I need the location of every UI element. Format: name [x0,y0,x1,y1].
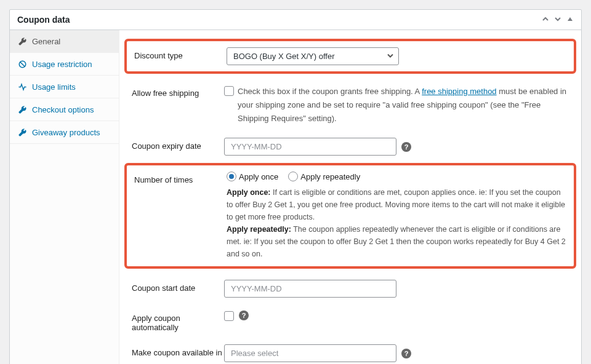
move-down-icon[interactable] [554,15,561,25]
label-discount-type: Discount type [134,47,227,60]
sidebar-item-checkout-options[interactable]: Checkout options [10,98,119,121]
apply-repeatedly-label: Apply repeatedly [300,172,360,181]
start-date-input[interactable] [224,280,396,298]
discount-type-select[interactable]: BOGO (Buy X Get X/Y) offer [227,47,399,65]
sidebar-item-general[interactable]: General [10,30,119,53]
apply-once-radio[interactable] [227,172,236,181]
free-shipping-link[interactable]: free shipping method [422,87,496,96]
sidebar-label: Checkout options [32,105,94,114]
coupon-data-panel: Coupon data General Usage restriction Us… [9,9,582,364]
row-number-of-times: Number of times Apply once Apply repeate… [134,169,566,263]
sidebar-label: Usage limits [32,82,76,92]
highlight-number-of-times: Number of times Apply once Apply repeate… [124,163,576,269]
sidebar-item-usage-limits[interactable]: Usage limits [10,76,119,98]
free-shipping-checkbox[interactable] [224,86,234,96]
available-in-select[interactable] [224,344,396,362]
help-icon[interactable]: ? [401,142,411,152]
tool-icon [17,127,27,137]
label-available-in: Make coupon available in [132,344,224,357]
row-apply-auto: Apply coupon automatically ? [119,304,581,338]
panel-header: Coupon data [10,10,581,30]
settings-icon [17,105,27,114]
free-shipping-help: Check this box if the coupon grants free… [238,85,569,125]
help-icon[interactable]: ? [239,311,249,320]
ban-icon [17,59,27,69]
panel-title: Coupon data [17,15,70,25]
sidebar-item-giveaway-products[interactable]: Giveaway products [10,121,119,144]
help-text-prefix: Check this box if the coupon grants free… [238,87,422,96]
repeat-strong: Apply repeatedly: [227,225,291,234]
activity-icon [17,82,27,92]
row-expiry-date: Coupon expiry date ? [119,132,581,162]
sidebar-item-usage-restriction[interactable]: Usage restriction [10,53,119,76]
number-of-times-description: Apply once: If cart is eligible or condi… [227,186,566,260]
row-free-shipping: Allow free shipping Check this box if th… [119,79,581,132]
row-discount-type: Discount type BOGO (Buy X Get X/Y) offer [134,45,566,68]
sidebar-label: Usage restriction [32,60,92,69]
label-start-date: Coupon start date [132,280,224,293]
toggle-panel-icon[interactable] [566,15,574,25]
row-start-date: Coupon start date [119,274,581,304]
apply-auto-checkbox[interactable] [224,311,234,321]
label-expiry-date: Coupon expiry date [132,138,224,151]
apply-once-label: Apply once [239,172,278,181]
label-free-shipping: Allow free shipping [132,85,224,98]
label-number-of-times: Number of times [134,172,227,184]
move-up-icon[interactable] [542,15,549,25]
sidebar: General Usage restriction Usage limits C… [10,30,119,364]
panel-body: General Usage restriction Usage limits C… [10,30,581,364]
once-strong: Apply once: [227,188,271,197]
highlight-discount-type: Discount type BOGO (Buy X Get X/Y) offer [124,39,576,74]
panel-controls [542,15,574,25]
label-apply-auto: Apply coupon automatically [132,310,224,332]
content-area: Discount type BOGO (Buy X Get X/Y) offer… [119,30,581,364]
wrench-icon [17,36,27,46]
once-text: If cart is eligible or conditions are me… [227,188,565,221]
sidebar-label: Giveaway products [32,128,100,137]
apply-repeatedly-radio[interactable] [288,172,298,181]
svg-line-1 [20,61,25,66]
expiry-date-input[interactable] [224,138,396,156]
sidebar-label: General [32,37,60,46]
row-available-in: Make coupon available in ? [119,338,581,364]
help-icon[interactable]: ? [401,349,411,358]
